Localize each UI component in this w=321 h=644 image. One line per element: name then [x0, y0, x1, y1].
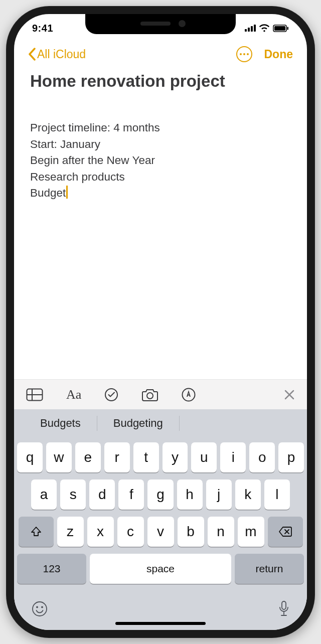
key-b[interactable]: b — [178, 517, 204, 547]
status-time: 9:41 — [32, 23, 53, 34]
key-v[interactable]: v — [147, 517, 174, 547]
keyboard-bottom-row — [17, 591, 304, 626]
cellular-icon — [245, 25, 256, 32]
suggestion-divider — [179, 416, 180, 431]
done-button[interactable]: Done — [264, 48, 293, 61]
table-button[interactable] — [26, 388, 43, 401]
numbers-key[interactable]: 123 — [17, 554, 86, 584]
wifi-icon — [259, 24, 270, 32]
key-u[interactable]: u — [191, 442, 217, 472]
key-e[interactable]: e — [75, 442, 101, 472]
suggestion-bar: Budgets Budgeting — [14, 409, 307, 437]
key-t[interactable]: t — [133, 442, 159, 472]
space-key[interactable]: space — [90, 554, 231, 584]
home-indicator[interactable] — [115, 622, 206, 625]
key-n[interactable]: n — [208, 517, 234, 547]
shift-key[interactable] — [19, 517, 54, 547]
text-format-button[interactable]: Aa — [66, 387, 81, 402]
screen: 9:41 All iCloud Done — [14, 14, 307, 630]
camera-button[interactable] — [141, 388, 158, 401]
note-body[interactable]: Project timeline: 4 months Start: Januar… — [30, 103, 291, 202]
key-m[interactable]: m — [238, 517, 264, 547]
key-h[interactable]: h — [177, 479, 203, 510]
key-q[interactable]: q — [17, 442, 43, 472]
key-a[interactable]: a — [31, 479, 57, 510]
device-frame: 9:41 All iCloud Done — [6, 6, 315, 638]
svg-point-10 — [36, 606, 38, 608]
key-z[interactable]: z — [57, 517, 84, 547]
notch — [85, 14, 236, 34]
return-key[interactable]: return — [235, 554, 304, 584]
svg-rect-12 — [282, 601, 286, 609]
key-p[interactable]: p — [278, 442, 304, 472]
svg-rect-1 — [274, 26, 285, 31]
key-r[interactable]: r — [104, 442, 130, 472]
checklist-button[interactable] — [104, 388, 118, 402]
emoji-button[interactable] — [31, 600, 48, 619]
back-label: All iCloud — [37, 48, 86, 61]
key-row-4: 123 space return — [17, 554, 304, 584]
nav-bar: All iCloud Done — [14, 42, 307, 68]
key-row-3: z x c v b n m — [17, 517, 304, 547]
dictation-button[interactable] — [278, 600, 290, 619]
key-l[interactable]: l — [264, 479, 290, 510]
key-j[interactable]: j — [206, 479, 232, 510]
svg-rect-2 — [287, 27, 289, 30]
keyboard-area: Aa Budgets Budgeting — [14, 379, 307, 630]
key-k[interactable]: k — [235, 479, 261, 510]
keyboard: q w e r t y u i o p a s d f g h — [14, 437, 307, 630]
key-y[interactable]: y — [163, 442, 188, 472]
backspace-key[interactable] — [268, 517, 303, 547]
key-row-1: q w e r t y u i o p — [17, 442, 304, 472]
svg-point-7 — [147, 393, 153, 399]
battery-icon — [273, 25, 289, 32]
key-d[interactable]: d — [89, 479, 115, 510]
key-row-2: a s d f g h j k l — [17, 479, 304, 510]
close-toolbar-button[interactable] — [284, 389, 295, 400]
key-i[interactable]: i — [220, 442, 246, 472]
text-cursor — [66, 186, 68, 199]
svg-point-11 — [41, 606, 43, 608]
back-button[interactable]: All iCloud — [28, 48, 86, 61]
svg-point-6 — [105, 389, 117, 401]
markup-button[interactable] — [182, 388, 196, 402]
key-g[interactable]: g — [147, 479, 173, 510]
key-c[interactable]: c — [117, 517, 144, 547]
suggestion-1[interactable]: Budgets — [24, 417, 97, 430]
key-s[interactable]: s — [60, 479, 86, 510]
note-editor[interactable]: Home renovation project Project timeline… — [14, 68, 307, 202]
notes-toolbar: Aa — [14, 379, 307, 409]
key-f[interactable]: f — [118, 479, 144, 510]
key-w[interactable]: w — [46, 442, 72, 472]
key-o[interactable]: o — [249, 442, 275, 472]
key-x[interactable]: x — [87, 517, 114, 547]
svg-point-9 — [33, 602, 47, 616]
more-button[interactable] — [236, 46, 252, 62]
suggestion-2[interactable]: Budgeting — [97, 417, 179, 430]
note-title[interactable]: Home renovation project — [30, 72, 291, 90]
ellipsis-icon — [240, 53, 249, 55]
